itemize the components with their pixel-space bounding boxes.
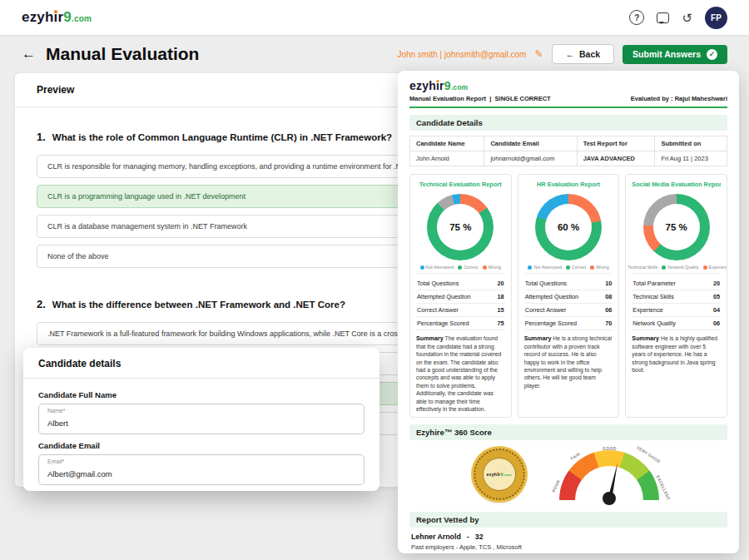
- donut-percent: 75 %: [427, 194, 494, 260]
- score-row: ezyhir9.com POOR FAIR GOOD VERY GOOD EXC…: [409, 440, 727, 505]
- stat-row: Experience04: [632, 304, 721, 317]
- candidate-details-table: Candidate Name Candidate Email Test Repo…: [409, 136, 727, 166]
- legend-label: Wrong: [489, 265, 502, 270]
- back-button-arrow-icon: ←: [566, 49, 575, 59]
- email-field-caption: Candidate Email: [38, 441, 365, 450]
- stat-value: 06: [713, 320, 720, 327]
- stat-label: Attempted Question: [417, 293, 471, 300]
- vetted-age: 32: [475, 533, 484, 541]
- score-heading: Ezyhire™ 360 Score: [409, 424, 727, 440]
- summary-label: Summary: [524, 335, 552, 342]
- hr-donut-chart: 60 %: [535, 194, 602, 260]
- legend-dot: [566, 265, 570, 270]
- question-number: 1.: [37, 131, 46, 143]
- logo-text: ezyh: [22, 9, 54, 26]
- legend-label: Wrong: [596, 265, 609, 270]
- stat-label: Percentage Scored: [417, 320, 469, 327]
- stat-value: 20: [498, 280, 504, 287]
- stat-row: Attempted Question08: [524, 290, 613, 304]
- vetted-employers: Past employers - Apple, TCS , Microsoft: [411, 543, 726, 551]
- section-title: Technical Evaluation Report: [416, 181, 505, 188]
- report-type: Manual Evaluation Report: [409, 95, 486, 102]
- stat-value: 20: [713, 280, 720, 287]
- logo-com: .com: [503, 473, 512, 477]
- legend-item: Not Attempted: [528, 265, 562, 270]
- summary-body: The evaluation found that the candidate …: [416, 335, 501, 412]
- avatar[interactable]: FP: [705, 7, 727, 29]
- report-logo: ezyhir9.com: [409, 79, 727, 92]
- ezyhire-logo[interactable]: ezyhir9.com: [22, 9, 92, 26]
- candidate-name-field[interactable]: Name*: [38, 404, 365, 434]
- back-arrow-icon[interactable]: ←: [22, 46, 36, 62]
- question-number: 2.: [37, 298, 46, 310]
- candidate-details-modal: Candidate details Candidate Full Name Na…: [23, 348, 379, 491]
- legend-label: Correct: [464, 265, 478, 270]
- vetted-body: Lehner Arnold - 32 Past employers - Appl…: [409, 528, 727, 553]
- name-field-caption: Candidate Full Name: [38, 390, 365, 399]
- col-header: Submitted on: [655, 136, 727, 151]
- badge-logo: ezyhir9.com: [487, 472, 512, 477]
- stat-label: Attempted Question: [525, 293, 579, 300]
- logo-text: ezyh: [487, 472, 498, 477]
- stat-label: Network Quality: [632, 320, 676, 327]
- summary-text: Summary He is a strong technical contrib…: [524, 335, 613, 389]
- legend-dot: [528, 265, 532, 270]
- help-icon[interactable]: ?: [629, 10, 644, 25]
- donut-legend: Not Attempted Correct Wrong: [416, 265, 505, 274]
- donut-percent: 75 %: [643, 194, 710, 260]
- modal-title: Candidate details: [23, 348, 379, 379]
- edit-pencil-icon[interactable]: ✎: [534, 48, 543, 60]
- stat-label: Total Questions: [525, 280, 567, 287]
- legend-label: Experience: [709, 265, 727, 270]
- candidate-details-heading: Candidate Details: [409, 115, 727, 131]
- stat-row: Correct Answer15: [416, 304, 505, 317]
- header-actions: ? ↺ FP: [629, 7, 727, 29]
- candidate-email-input[interactable]: [47, 469, 355, 478]
- score-gauge: POOR FAIR GOOD VERY GOOD EXCELLENT: [555, 445, 663, 507]
- stat-label: Percentage Scored: [525, 320, 577, 327]
- question-text: What is the difference between .NET Fram…: [52, 300, 345, 310]
- social-donut-chart: 75 %: [643, 194, 710, 260]
- legend-item: Wrong: [483, 265, 502, 270]
- report-header: ezyhir9.com Manual Evaluation Report | S…: [409, 79, 727, 108]
- stat-value: 75: [498, 320, 504, 327]
- logo-i: i: [436, 79, 439, 92]
- stat-row: Technical Skills05: [632, 290, 721, 304]
- stat-label: Correct Answer: [525, 306, 567, 314]
- back-button[interactable]: ← Back: [552, 44, 615, 64]
- donut-legend: Not Attempted Correct Wrong: [524, 265, 613, 274]
- logo-r: r: [58, 9, 64, 26]
- app-header: ezyhir9.com ? ↺ FP: [0, 0, 749, 35]
- logo-com: .com: [72, 14, 92, 23]
- legend-dot: [662, 265, 666, 270]
- legend-dot: [420, 265, 424, 270]
- donut-legend: Technical Skills Network Quality Experie…: [632, 265, 721, 274]
- candidate-name-input[interactable]: [47, 419, 355, 428]
- stat-value: 18: [498, 293, 504, 300]
- evaluation-sections: Technical Evaluation Report 75 % Not Att…: [409, 174, 727, 418]
- candidate-email-field[interactable]: Email*: [38, 454, 365, 485]
- page-title: Manual Evaluation: [46, 44, 199, 64]
- legend-item: Experience: [703, 265, 727, 270]
- stat-row: Total Questions20: [416, 277, 505, 290]
- check-icon: ✓: [707, 49, 717, 60]
- stat-value: 04: [713, 306, 720, 314]
- submit-answers-button[interactable]: Submit Answers ✓: [623, 45, 727, 64]
- legend-dot: [625, 265, 626, 270]
- user-info: John smith | johnsmith@gmail.com: [397, 50, 526, 59]
- title-bar-actions: John smith | johnsmith@gmail.com ✎ ← Bac…: [397, 44, 727, 64]
- logo-e: 9: [444, 79, 451, 92]
- summary-label: Summary: [416, 335, 444, 342]
- donut-percent: 60 %: [535, 194, 602, 260]
- legend-label: Not Attempted: [426, 265, 454, 270]
- table-header-row: Candidate Name Candidate Email Test Repo…: [410, 136, 727, 151]
- chat-icon[interactable]: [657, 12, 669, 23]
- evaluated-by: Evaluated by : Rajul Maheshwari: [631, 95, 727, 102]
- history-icon[interactable]: ↺: [682, 12, 692, 24]
- stat-value: 05: [713, 293, 720, 300]
- modal-body: Candidate Full Name Name* Candidate Emai…: [23, 379, 379, 491]
- stat-row: Total Parameter20: [632, 277, 721, 290]
- legend-item: Network Quality: [662, 265, 698, 270]
- summary-text: Summary He is a highly qualified softwar…: [632, 335, 721, 374]
- logo-i: i: [497, 472, 499, 477]
